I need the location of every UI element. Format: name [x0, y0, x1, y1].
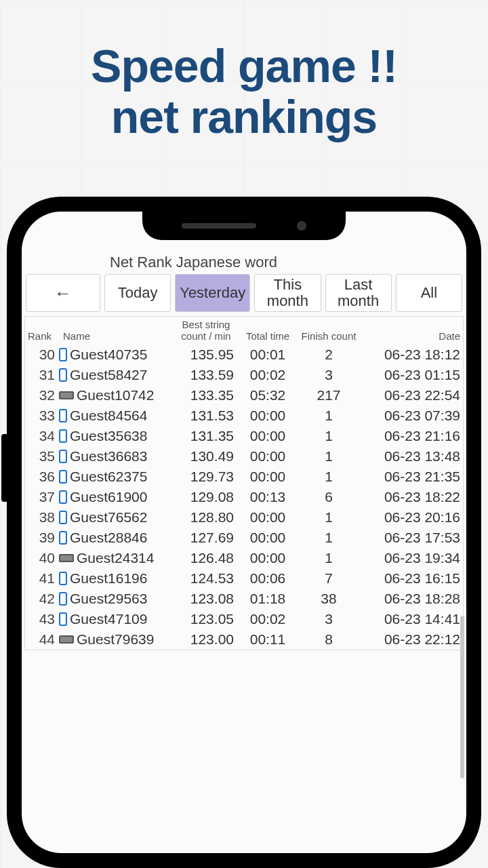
cell-best: 133.59: [173, 367, 239, 383]
phone-notch: [142, 212, 346, 240]
cell-name: Guest10742: [59, 387, 173, 403]
cell-name: Guest79639: [59, 631, 173, 648]
device-phone-icon: [59, 572, 67, 585]
cell-rank: 44: [26, 631, 59, 648]
table-row[interactable]: 35Guest36683130.4900:00106-23 13:48: [25, 446, 463, 467]
table-row[interactable]: 40Guest24314126.4800:00106-23 19:34: [25, 548, 463, 568]
table-row[interactable]: 33Guest84564131.5300:00106-23 07:39: [25, 406, 463, 426]
back-button[interactable]: ←: [26, 274, 100, 312]
player-name: Guest84564: [70, 408, 147, 424]
cell-best: 129.73: [173, 469, 239, 485]
tab-label: Today: [118, 285, 158, 301]
cell-name: Guest36683: [59, 448, 173, 465]
cell-name: Guest16196: [59, 570, 173, 587]
cell-date: 06-23 21:16: [361, 428, 463, 444]
col-date: Date: [361, 331, 463, 342]
cell-best: 123.05: [173, 611, 239, 627]
cell-best: 131.53: [173, 408, 239, 424]
tab-this-month[interactable]: This month: [254, 274, 321, 312]
player-name: Guest16196: [70, 570, 147, 587]
phone-screen: Net Rank Japanese word ← TodayYesterdayT…: [22, 212, 466, 853]
cell-finish: 1: [296, 530, 361, 546]
cell-rank: 32: [26, 387, 59, 403]
cell-name: Guest84564: [59, 408, 173, 424]
cell-name: Guest47109: [59, 611, 173, 627]
cell-rank: 34: [26, 428, 59, 444]
cell-time: 00:02: [239, 611, 296, 627]
cell-rank: 41: [26, 570, 59, 587]
promo-headline: Speed game !! net rankings: [0, 0, 488, 142]
col-best: Best string count / min: [173, 319, 239, 342]
tab-last-month[interactable]: Last month: [325, 274, 392, 312]
cell-finish: 217: [296, 387, 361, 403]
table-row[interactable]: 30Guest40735135.9500:01206-23 18:12: [25, 344, 463, 365]
cell-name: Guest76562: [59, 509, 173, 526]
player-name: Guest28846: [70, 530, 147, 546]
cell-name: Guest28846: [59, 530, 173, 546]
cell-best: 126.48: [173, 550, 239, 566]
headline-line2: net rankings: [0, 92, 488, 142]
notch-speaker: [182, 223, 256, 229]
cell-time: 00:00: [239, 530, 296, 546]
table-row[interactable]: 36Guest62375129.7300:00106-23 21:35: [25, 467, 463, 487]
page-title: Net Rank Japanese word: [22, 252, 466, 274]
tab-yesterday[interactable]: Yesterday: [175, 274, 250, 312]
cell-rank: 31: [26, 367, 59, 383]
player-name: Guest47109: [70, 611, 147, 627]
cell-best: 131.35: [173, 428, 239, 444]
cell-name: Guest24314: [59, 550, 173, 566]
col-name: Name: [59, 331, 173, 342]
player-name: Guest40735: [70, 347, 147, 363]
ranking-table: Rank Name Best string count / min Total …: [24, 316, 464, 650]
cell-name: Guest61900: [59, 489, 173, 505]
cell-time: 05:32: [239, 387, 296, 403]
player-name: Guest62375: [70, 469, 147, 485]
table-row[interactable]: 37Guest61900129.0800:13606-23 18:22: [25, 487, 463, 507]
cell-date: 06-23 18:12: [361, 347, 463, 363]
device-phone-icon: [59, 612, 67, 626]
tab-bar: ← TodayYesterdayThis monthLast monthAll: [22, 274, 466, 312]
player-name: Guest61900: [70, 489, 147, 505]
table-row[interactable]: 39Guest28846127.6900:00106-23 17:53: [25, 528, 463, 548]
device-phone-icon: [59, 592, 67, 606]
cell-date: 06-23 18:28: [361, 591, 463, 607]
cell-finish: 1: [296, 408, 361, 424]
cell-finish: 2: [296, 347, 361, 363]
device-phone-icon: [59, 511, 67, 524]
tab-today[interactable]: Today: [104, 274, 171, 312]
table-row[interactable]: 42Guest29563123.0801:183806-23 18:28: [25, 589, 463, 609]
cell-date: 06-23 14:41: [361, 611, 463, 627]
tab-label: All: [421, 285, 437, 301]
cell-time: 00:11: [239, 631, 296, 648]
tab-label: This month: [259, 277, 316, 309]
cell-finish: 1: [296, 448, 361, 465]
cell-name: Guest29563: [59, 591, 173, 607]
cell-rank: 33: [26, 408, 59, 424]
cell-date: 06-23 21:35: [361, 469, 463, 485]
cell-date: 06-23 16:15: [361, 570, 463, 587]
table-row[interactable]: 43Guest47109123.0500:02306-23 14:41: [25, 609, 463, 629]
cell-time: 00:13: [239, 489, 296, 505]
player-name: Guest35638: [70, 428, 147, 444]
back-arrow-icon: ←: [54, 283, 72, 304]
table-row[interactable]: 31Guest58427133.5900:02306-23 01:15: [25, 365, 463, 385]
table-row[interactable]: 44Guest79639123.0000:11806-23 22:12: [25, 629, 463, 650]
cell-rank: 43: [26, 611, 59, 627]
device-desktop-icon: [59, 554, 74, 562]
cell-time: 00:00: [239, 408, 296, 424]
scrollbar[interactable]: [460, 616, 464, 778]
cell-best: 124.53: [173, 570, 239, 587]
table-row[interactable]: 41Guest16196124.5300:06706-23 16:15: [25, 568, 463, 589]
cell-finish: 3: [296, 611, 361, 627]
player-name: Guest58427: [70, 367, 147, 383]
table-row[interactable]: 32Guest10742133.3505:3221706-23 22:54: [25, 385, 463, 406]
player-name: Guest24314: [77, 550, 154, 566]
cell-date: 06-23 22:54: [361, 387, 463, 403]
cell-finish: 6: [296, 489, 361, 505]
table-row[interactable]: 34Guest35638131.3500:00106-23 21:16: [25, 426, 463, 446]
table-row[interactable]: 38Guest76562128.8000:00106-23 20:16: [25, 507, 463, 528]
device-desktop-icon: [59, 635, 74, 644]
player-name: Guest29563: [70, 591, 147, 607]
tab-all[interactable]: All: [396, 274, 462, 312]
device-phone-icon: [59, 348, 67, 361]
